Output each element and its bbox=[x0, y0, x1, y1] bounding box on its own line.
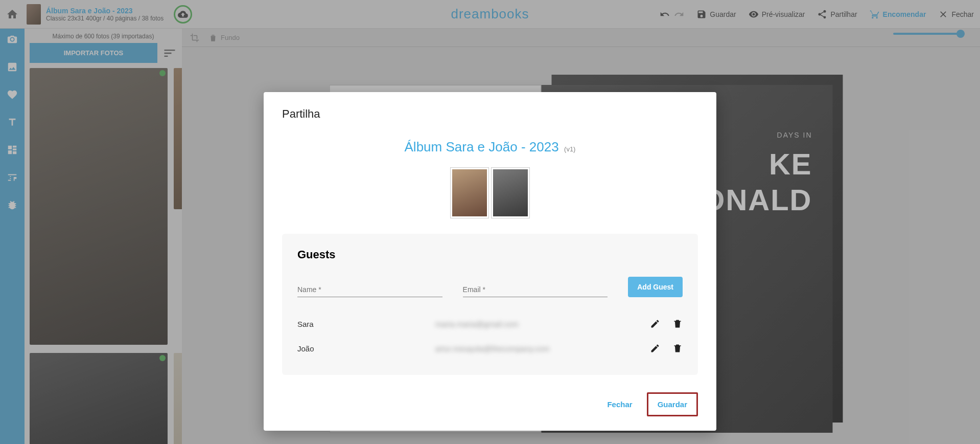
modal-album-name: Álbum Sara e João - 2023 bbox=[405, 139, 559, 154]
add-guest-button[interactable]: Add Guest bbox=[628, 277, 683, 297]
preview-thumb bbox=[450, 167, 489, 218]
modal-overlay[interactable]: Partilha Álbum Sara e João - 2023 (v1) G… bbox=[0, 0, 980, 444]
guests-title: Guests bbox=[297, 248, 683, 261]
edit-icon[interactable] bbox=[650, 343, 660, 353]
preview-thumbs bbox=[282, 167, 698, 218]
preview-thumb bbox=[491, 167, 530, 218]
edit-icon[interactable] bbox=[650, 319, 660, 329]
guest-email-input[interactable] bbox=[463, 282, 608, 297]
guest-name: Sara bbox=[297, 320, 435, 328]
modal-album-header: Álbum Sara e João - 2023 (v1) bbox=[282, 139, 698, 155]
guest-row: Sara maria.maria@gmail.com bbox=[297, 312, 683, 336]
modal-close-button[interactable]: Fechar bbox=[602, 394, 637, 415]
guest-name-input[interactable] bbox=[297, 282, 442, 297]
share-modal: Partilha Álbum Sara e João - 2023 (v1) G… bbox=[264, 92, 716, 431]
guest-email: artur.mesquita@thecompany.com bbox=[435, 344, 650, 353]
modal-title: Partilha bbox=[282, 107, 698, 121]
guest-email: maria.maria@gmail.com bbox=[435, 320, 650, 328]
modal-album-version: (v1) bbox=[564, 145, 575, 153]
delete-icon[interactable] bbox=[672, 343, 683, 353]
guest-row: João artur.mesquita@thecompany.com bbox=[297, 336, 683, 361]
modal-save-button[interactable]: Guardar bbox=[647, 392, 698, 416]
delete-icon[interactable] bbox=[672, 319, 683, 329]
guest-form: Add Guest bbox=[297, 277, 683, 297]
modal-footer: Fechar Guardar bbox=[282, 392, 698, 416]
guest-name: João bbox=[297, 344, 435, 353]
guests-box: Guests Add Guest Sara maria.maria@gmail.… bbox=[282, 234, 698, 375]
